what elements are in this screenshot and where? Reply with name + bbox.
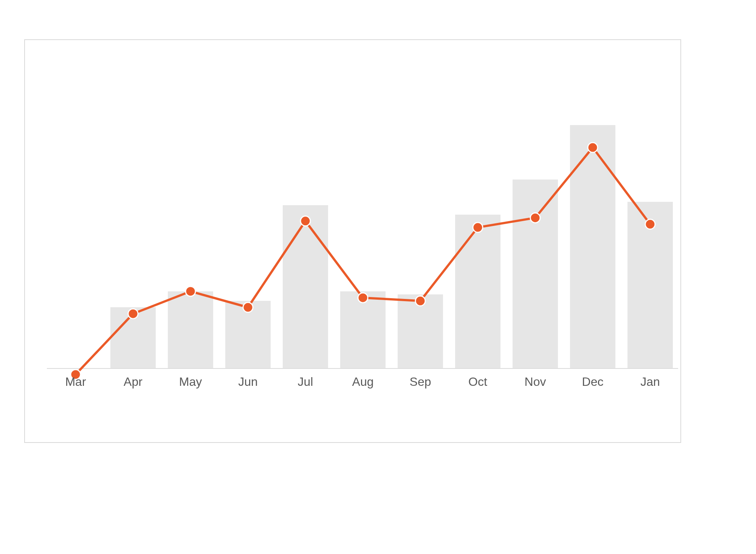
bar-jul — [283, 205, 328, 368]
x-tick-dec: Dec — [582, 375, 604, 389]
bar-may — [168, 291, 213, 368]
x-tick-nov: Nov — [525, 375, 546, 389]
x-tick-oct: Oct — [468, 375, 487, 389]
bar-oct — [455, 215, 500, 368]
x-tick-apr: Apr — [124, 375, 143, 389]
chart-canvas: MarAprMayJunJulAugSepOctNovDecJan — [0, 0, 756, 554]
bar-sep — [398, 294, 443, 368]
x-axis-labels: MarAprMayJunJulAugSepOctNovDecJan — [47, 375, 678, 393]
bar-nov — [513, 180, 558, 368]
x-tick-jul: Jul — [298, 375, 313, 389]
plot-area — [47, 48, 678, 368]
x-tick-aug: Aug — [352, 375, 374, 389]
x-tick-jun: Jun — [238, 375, 258, 389]
x-tick-sep: Sep — [410, 375, 431, 389]
x-tick-may: May — [179, 375, 202, 389]
x-tick-mar: Mar — [65, 375, 86, 389]
bar-jun — [225, 301, 271, 368]
x-axis-baseline — [47, 368, 678, 369]
bar-dec — [570, 125, 615, 368]
bar-apr — [110, 307, 156, 368]
bar-aug — [340, 291, 386, 368]
x-tick-jan: Jan — [640, 375, 660, 389]
bar-jan — [627, 202, 673, 368]
